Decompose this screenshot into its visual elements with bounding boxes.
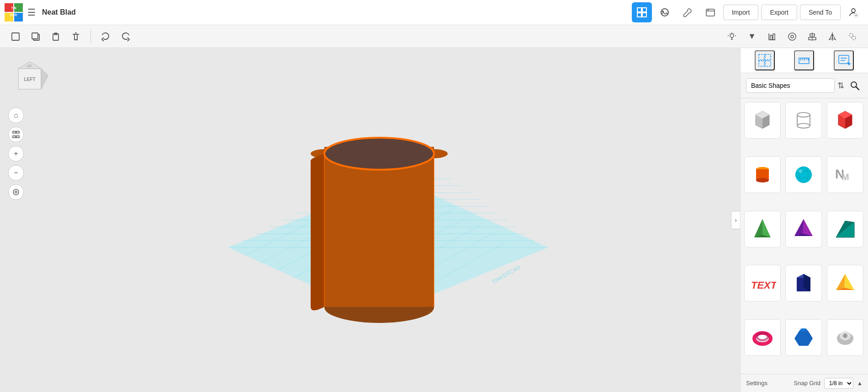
sphere-teal-item[interactable] [785, 156, 822, 193]
snap-grid-arrow[interactable]: ▲ [857, 380, 863, 387]
svg-text:+: + [855, 13, 857, 18]
panel-collapse-arrow[interactable]: › [731, 211, 740, 229]
svg-rect-7 [642, 8, 646, 12]
snap-grid-label: Snap Grid [794, 380, 821, 387]
new-button[interactable] [7, 28, 24, 45]
shape-blue-item[interactable] [785, 319, 822, 356]
svg-point-13 [852, 9, 855, 12]
search-shapes-button[interactable] [847, 78, 863, 93]
bottom-settings-bar: Settings Snap Grid 1/8 in ▲ [741, 374, 868, 392]
cylinder-3d [311, 138, 434, 323]
cylinder-orange-item[interactable] [744, 156, 781, 193]
toolbar: ▼ [0, 25, 868, 48]
redo-button[interactable] [117, 28, 134, 45]
svg-rect-79 [759, 54, 764, 60]
pyramid-purple-item[interactable] [785, 211, 822, 247]
prism-navy-item[interactable] [785, 265, 822, 301]
pyramid-green-item[interactable] [744, 211, 781, 247]
torus-pink-item[interactable] [744, 319, 781, 356]
hamburger-icon[interactable]: ☰ [27, 7, 36, 18]
svg-rect-81 [759, 61, 764, 66]
svg-rect-82 [765, 61, 771, 66]
svg-rect-8 [637, 13, 641, 17]
svg-point-137 [843, 333, 847, 338]
circle-btn[interactable] [784, 28, 800, 45]
3d-scene[interactable]: TINKERCAD [0, 48, 740, 392]
mirror-button[interactable] [824, 28, 841, 45]
snap-grid-select[interactable]: 1/8 in [824, 378, 853, 389]
tools-button[interactable] [677, 2, 698, 22]
svg-text:M: M [842, 172, 849, 182]
cylinder-hole-item[interactable] [785, 102, 822, 139]
tinkercad-logo: TIN KER [5, 3, 23, 21]
svg-point-24 [789, 33, 796, 40]
dropdown-arrow-icon: ⇅ [837, 81, 844, 91]
align-button[interactable] [804, 28, 820, 45]
svg-rect-16 [12, 33, 19, 40]
files-button[interactable] [700, 2, 720, 22]
user-button[interactable]: + [843, 2, 863, 22]
settings-label: Settings [746, 380, 767, 387]
shape-category-dropdown[interactable]: Basic Shapes [746, 78, 835, 93]
svg-text:TIN: TIN [11, 6, 16, 10]
box-shape-item[interactable] [744, 102, 781, 139]
svg-rect-74 [324, 154, 434, 307]
svg-marker-31 [832, 34, 836, 40]
svg-marker-128 [836, 274, 845, 290]
toolbar-right: ▼ [724, 28, 861, 45]
copy-button[interactable] [27, 28, 44, 45]
svg-rect-18 [32, 33, 38, 39]
shape-selector: Basic Shapes ⇅ [741, 73, 868, 98]
snap-button[interactable] [764, 28, 780, 45]
svg-line-94 [856, 87, 859, 90]
svg-point-10 [661, 9, 668, 16]
paste-button[interactable] [48, 28, 64, 45]
panel-notes-btn[interactable] [834, 50, 854, 70]
svg-rect-9 [642, 13, 646, 17]
light-button[interactable] [724, 28, 740, 45]
undo-button[interactable] [97, 28, 114, 45]
toolbar-sep-1 [90, 30, 91, 43]
svg-rect-80 [765, 54, 771, 60]
main-area: LEFT TO ⌂ + − [0, 48, 868, 392]
svg-point-111 [799, 169, 802, 173]
light-dropdown[interactable]: ▼ [744, 28, 760, 45]
delete-button[interactable] [68, 28, 84, 45]
svg-point-108 [795, 166, 812, 183]
svg-rect-6 [637, 8, 641, 12]
svg-point-33 [852, 36, 856, 40]
svg-point-99 [797, 124, 810, 128]
group-button[interactable] [844, 28, 861, 45]
svg-rect-22 [770, 35, 772, 40]
svg-marker-132 [794, 331, 813, 346]
svg-marker-115 [754, 219, 762, 237]
svg-marker-118 [794, 219, 804, 236]
grid-view-button[interactable] [632, 2, 652, 22]
import-button[interactable]: Import [723, 5, 759, 20]
svg-point-107 [756, 178, 769, 183]
svg-text:KER: KER [11, 13, 17, 16]
panel-grid-btn[interactable] [755, 50, 775, 70]
shape-gray-item[interactable] [827, 319, 863, 356]
panel-ruler-btn[interactable] [794, 50, 814, 70]
svg-point-25 [791, 35, 794, 38]
text-label-red-item[interactable]: TEXT [744, 265, 781, 301]
export-button[interactable]: Export [761, 5, 797, 20]
shapes-panel: NM TEXT [741, 98, 868, 374]
svg-marker-30 [829, 34, 832, 40]
send-to-button[interactable]: Send To [800, 5, 841, 20]
svg-point-131 [757, 333, 768, 340]
project-name: Neat Blad [42, 8, 627, 16]
gallery-button[interactable] [655, 2, 675, 22]
svg-point-98 [797, 113, 810, 117]
nav-right-actions: Import Export Send To + [632, 2, 863, 22]
svg-point-21 [730, 34, 734, 38]
canvas-area[interactable]: LEFT TO ⌂ + − [0, 48, 740, 392]
svg-text:TEXT: TEXT [751, 279, 776, 291]
text-3d-silver-item[interactable]: NM [827, 156, 863, 193]
box-red-item[interactable] [827, 102, 863, 139]
panel-toolbar [741, 48, 868, 73]
wedge-teal-item[interactable] [827, 211, 863, 247]
pyramid-yellow-item[interactable] [827, 265, 863, 301]
svg-rect-12 [706, 9, 715, 16]
